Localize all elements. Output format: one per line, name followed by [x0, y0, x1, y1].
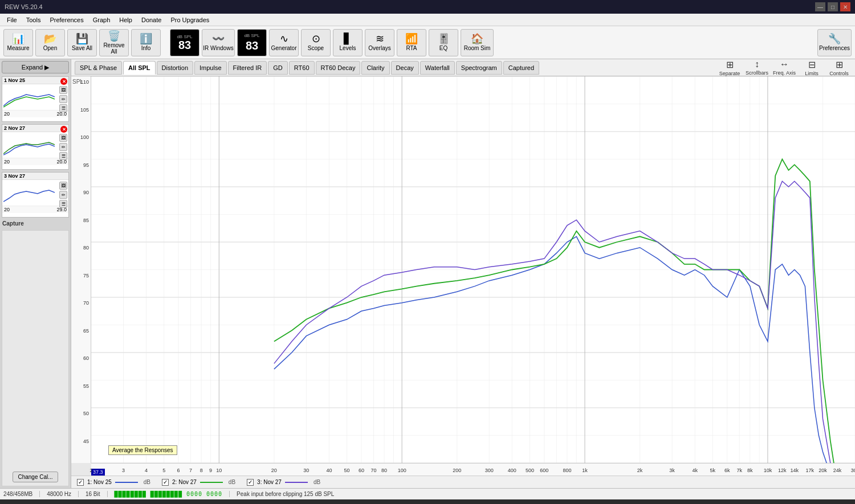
x-tick-8: 8	[200, 468, 203, 473]
maximize-button[interactable]: □	[828, 2, 838, 11]
rta-button[interactable]: 📶 RTA	[397, 29, 426, 56]
scope-button[interactable]: ⊙ Scope	[301, 29, 331, 56]
freq-axis-button[interactable]: ↔ Freq. Axis	[772, 59, 797, 76]
chart-area[interactable]: Average the Responses	[91, 76, 855, 463]
mcard-action-list-2[interactable]: ☰	[59, 152, 67, 160]
x-tick-800: 800	[563, 468, 571, 473]
open-button[interactable]: 📂 Open	[35, 29, 65, 56]
ir-windows-icon: 〰️	[212, 34, 225, 44]
tab-rt60-decay[interactable]: RT60 Decay	[316, 61, 361, 75]
legend-unit-2: dB	[229, 479, 235, 485]
scrollbars-button[interactable]: ↕ Scrollbars	[744, 59, 769, 76]
titlebar-controls: — □ ✕	[815, 2, 850, 11]
legend-item-3: ✓ 3: Nov 27 dB	[247, 479, 320, 486]
tab-decay[interactable]: Decay	[391, 61, 419, 75]
menu-donate[interactable]: Donate	[137, 15, 166, 24]
mcard-label-2: 2 Nov 27	[4, 125, 25, 131]
close-button[interactable]: ✕	[840, 2, 850, 11]
x-tick-10k: 10k	[764, 468, 772, 473]
rta-icon: 📶	[405, 34, 418, 44]
separate-button[interactable]: ⊞ Separate	[717, 59, 742, 76]
info-button[interactable]: ℹ️ Info	[131, 29, 161, 56]
save-all-button[interactable]: 💾 Save All	[67, 29, 97, 56]
mcard-action-edit-3[interactable]: ✏	[59, 191, 67, 199]
measurement-card-3: 3 Nov 27 20 29.0 🖼 ✏ ☰	[2, 172, 69, 218]
x-tick-500: 500	[526, 468, 534, 473]
tab-controls-row: SPL & Phase All SPL Distortion Impulse F…	[71, 59, 855, 76]
remove-icon: 🗑️	[108, 31, 120, 41]
mcard-action-img-1[interactable]: 🖼	[59, 86, 67, 94]
mcard-action-list-1[interactable]: ☰	[59, 104, 67, 112]
mcard-close-1[interactable]: ✕	[60, 78, 67, 85]
generator-button[interactable]: ∿ Generator	[269, 29, 299, 56]
eq-label: EQ	[439, 45, 447, 51]
overlays-button[interactable]: ≋ Overlays	[365, 29, 394, 56]
x-tick-5: 5	[162, 468, 165, 473]
remove-all-button[interactable]: 🗑️ Remove All	[99, 29, 129, 56]
tab-waterfall[interactable]: Waterfall	[420, 61, 455, 75]
tab-distortion[interactable]: Distortion	[157, 61, 193, 75]
x-tick-400: 400	[508, 468, 516, 473]
tab-clarity[interactable]: Clarity	[361, 61, 389, 75]
change-cal-button[interactable]: Change Cal...	[13, 472, 58, 482]
sample-rate-status: 48000 Hz	[47, 491, 79, 497]
mcard-close-2[interactable]: ✕	[60, 126, 67, 133]
spl-meter-button[interactable]: dB SPL 83	[237, 29, 267, 56]
minimize-button[interactable]: —	[815, 2, 825, 11]
limits-button[interactable]: ⊟ Limits	[799, 59, 824, 76]
generator-icon: ∿	[280, 34, 288, 44]
menu-tools[interactable]: Tools	[22, 15, 46, 24]
tab-gd[interactable]: GD	[268, 61, 288, 75]
x-tick-1k: 1k	[582, 468, 588, 473]
measure-button[interactable]: 📊 Measure	[3, 29, 33, 56]
spl-meter-label: dB SPL	[244, 33, 259, 38]
preferences-label: Preferences	[819, 45, 850, 51]
legend-check-2[interactable]: ✓	[162, 479, 169, 486]
tab-spectrogram[interactable]: Spectrogram	[456, 61, 502, 75]
tab-captured[interactable]: Captured	[503, 61, 539, 75]
mcard-chart-2	[2, 132, 68, 158]
info-icon: ℹ️	[140, 34, 152, 44]
menu-help[interactable]: Help	[115, 15, 137, 24]
tab-impulse[interactable]: Impulse	[194, 61, 227, 75]
menu-pro-upgrades[interactable]: Pro Upgrades	[166, 15, 214, 24]
x-tick-17k: 17k	[806, 468, 815, 473]
mcard-left-val-3: 20	[4, 207, 10, 212]
x-tick-6k: 6k	[724, 468, 730, 473]
separate-icon: ⊞	[726, 59, 734, 70]
legend-check-1[interactable]: ✓	[77, 479, 84, 486]
tab-spl-phase[interactable]: SPL & Phase	[75, 61, 122, 75]
mcard-action-list-3[interactable]: ☰	[59, 200, 67, 208]
mcard-action-img-3[interactable]: 🖼	[59, 182, 67, 190]
mcard-action-edit-1[interactable]: ✏	[59, 95, 67, 103]
expand-button[interactable]: Expand ▶	[2, 61, 69, 73]
menu-preferences[interactable]: Preferences	[45, 15, 88, 24]
io-indicators: ████████ ████████ 0000 0000	[115, 491, 230, 497]
memory-status: 248/458MB	[3, 491, 40, 497]
preferences-button[interactable]: 🔧 Preferences	[817, 29, 852, 56]
menu-graph[interactable]: Graph	[88, 15, 115, 24]
separate-label: Separate	[719, 71, 740, 76]
y-tick-90: 90	[83, 190, 89, 195]
menu-file[interactable]: File	[2, 15, 22, 24]
tab-rt60[interactable]: RT60	[289, 61, 315, 75]
controls-button[interactable]: ⊞ Controls	[826, 59, 852, 76]
scrollbars-icon: ↕	[755, 59, 759, 69]
y-tick-110: 110	[80, 79, 89, 85]
levels-icon: ▋	[344, 34, 352, 44]
avg-tooltip[interactable]: Average the Responses	[108, 445, 177, 455]
mcard-action-edit-2[interactable]: ✏	[59, 143, 67, 151]
info-label: Info	[141, 45, 151, 51]
legend-check-3[interactable]: ✓	[247, 479, 254, 486]
mcard-action-img-2[interactable]: 🖼	[59, 134, 67, 142]
levels-button[interactable]: ▋ Levels	[333, 29, 363, 56]
room-sim-button[interactable]: 🏠 Room Sim	[461, 29, 494, 56]
x-tick-3: 3	[122, 468, 125, 473]
legend-line-1	[115, 482, 138, 483]
x-tick-7k: 7k	[736, 468, 742, 473]
tab-all-spl[interactable]: All SPL	[123, 61, 156, 75]
ir-windows-button[interactable]: 〰️ IR Windows	[202, 29, 235, 56]
tab-filtered-ir[interactable]: Filtered IR	[228, 61, 267, 75]
mcard-left-val-1: 20	[4, 111, 10, 117]
eq-button[interactable]: 🎚️ EQ	[429, 29, 458, 56]
